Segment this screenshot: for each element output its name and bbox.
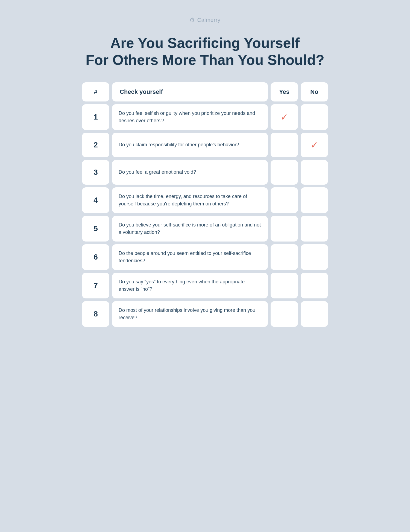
row-no-cell[interactable] — [301, 187, 328, 213]
row-no-cell[interactable] — [301, 104, 328, 130]
row-yes-cell[interactable] — [271, 133, 298, 157]
table-header-row: # Check yourself Yes No — [82, 82, 328, 101]
table-row: 6 Do the people around you seem entitled… — [82, 244, 328, 270]
row-yes-cell[interactable] — [271, 216, 298, 242]
row-no-cell[interactable] — [301, 273, 328, 298]
row-question: Do you lack the time, energy, and resour… — [112, 187, 268, 213]
header-yes: Yes — [271, 82, 298, 101]
table-row: 7 Do you say “yes” to everything even wh… — [82, 273, 328, 298]
table-row: 4 Do you lack the time, energy, and reso… — [82, 187, 328, 213]
row-question: Do you claim responsibility for other pe… — [112, 133, 268, 157]
checklist-table: # Check yourself Yes No 1 Do you feel se… — [82, 82, 328, 330]
row-yes-cell[interactable] — [271, 301, 298, 327]
page-title: Are You Sacrificing Yourself For Others … — [86, 34, 324, 69]
row-question: Do most of your relationships involve yo… — [112, 301, 268, 327]
table-row: 8 Do most of your relationships involve … — [82, 301, 328, 327]
row-number: 6 — [82, 244, 109, 270]
row-number: 1 — [82, 104, 109, 130]
row-yes-cell[interactable]: ✓ — [271, 104, 298, 130]
header-number: # — [82, 82, 109, 101]
checkmark-no: ✓ — [311, 140, 318, 150]
row-yes-cell[interactable] — [271, 273, 298, 298]
row-number: 7 — [82, 273, 109, 298]
header-check: Check yourself — [112, 82, 268, 101]
row-no-cell[interactable] — [301, 216, 328, 242]
row-number: 3 — [82, 160, 109, 185]
row-no-cell[interactable] — [301, 301, 328, 327]
table-row: 5 Do you believe your self-sacrifice is … — [82, 216, 328, 242]
page-container: ⚙ Calmerry Are You Sacrificing Yourself … — [82, 16, 328, 330]
table-row: 1 Do you feel selfish or guilty when you… — [82, 104, 328, 130]
row-question: Do the people around you seem entitled t… — [112, 244, 268, 270]
row-question: Do you feel a great emotional void? — [112, 160, 268, 185]
row-no-cell[interactable]: ✓ — [301, 133, 328, 157]
row-number: 5 — [82, 216, 109, 242]
checkmark-yes: ✓ — [280, 112, 288, 122]
logo-text: Calmerry — [197, 17, 220, 23]
row-number: 2 — [82, 133, 109, 157]
row-yes-cell[interactable] — [271, 160, 298, 185]
row-yes-cell[interactable] — [271, 244, 298, 270]
logo-icon: ⚙ — [189, 16, 195, 24]
logo: ⚙ Calmerry — [189, 16, 220, 24]
table-row: 2 Do you claim responsibility for other … — [82, 133, 328, 157]
row-no-cell[interactable] — [301, 244, 328, 270]
row-yes-cell[interactable] — [271, 187, 298, 213]
row-no-cell[interactable] — [301, 160, 328, 185]
row-question: Do you feel selfish or guilty when you p… — [112, 104, 268, 130]
row-number: 4 — [82, 187, 109, 213]
header-no: No — [301, 82, 328, 101]
row-number: 8 — [82, 301, 109, 327]
table-row: 3 Do you feel a great emotional void? — [82, 160, 328, 185]
row-question: Do you say “yes” to everything even when… — [112, 273, 268, 298]
row-question: Do you believe your self-sacrifice is mo… — [112, 216, 268, 242]
